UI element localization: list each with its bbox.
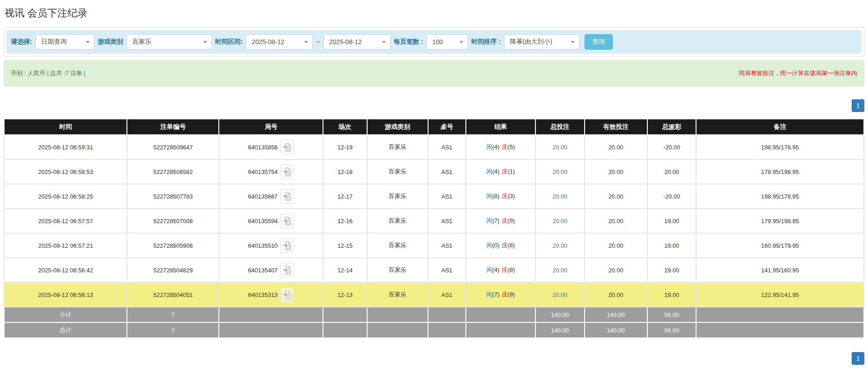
cell-empty <box>367 307 428 322</box>
video-replay-button[interactable] <box>280 263 294 277</box>
cell-result: 闲(7)庄(9) <box>466 282 535 307</box>
cell-session: 12-13 <box>323 282 367 307</box>
date-from-select[interactable]: 2025-08-12 <box>246 34 313 50</box>
pagination-bottom: 1 <box>4 352 864 365</box>
cell-round-id: 640135510 <box>219 233 323 258</box>
round-id: 640135594 <box>248 218 278 225</box>
cell-result: 闲(0)庄(8) <box>466 233 535 258</box>
result-banker-label: 庄 <box>502 291 508 298</box>
cell-remark: 179.95/198.95 <box>696 209 864 233</box>
cell-result: 闲(7)庄(9) <box>466 209 535 233</box>
sort-select[interactable]: 降幂(由大到小) <box>504 34 580 50</box>
header-valid-bet: 有效投注 <box>585 119 647 135</box>
round-id: 640135407 <box>248 267 278 274</box>
total-bet-link[interactable]: 20.00 <box>553 169 568 175</box>
currency-summary-text: 币别 : 人民币 | 总共 :7 注单 | <box>11 69 86 77</box>
cell-remark: 178.95/198.95 <box>696 159 864 184</box>
cell-empty <box>696 307 864 322</box>
video-replay-button[interactable] <box>280 287 294 302</box>
game-type-value: 百家乐 <box>132 38 151 46</box>
time-range-label: 时间区间: <box>215 38 243 46</box>
cell-table-no: AS1 <box>428 258 466 282</box>
subtotal-count: 7 <box>127 307 219 322</box>
table-row[interactable]: 2025-08-12 06:59:31 522728509647 6401358… <box>4 135 864 159</box>
table-row[interactable]: 2025-08-12 06:58:53 522728508582 6401357… <box>4 159 864 184</box>
table-row[interactable]: 2025-08-12 06:57:57 522728507008 6401355… <box>4 209 864 233</box>
result-banker-value: (1) <box>508 168 515 175</box>
page-size-select[interactable]: 100 <box>426 34 468 50</box>
total-bet-link[interactable]: 20.00 <box>553 193 568 200</box>
game-type-select[interactable]: 百家乐 <box>126 34 212 50</box>
cell-payout: 19.00 <box>647 209 696 233</box>
cell-time: 2025-08-12 06:58:53 <box>4 159 127 184</box>
cell-bet-id: 522728507008 <box>127 209 219 233</box>
header-result: 结果 <box>466 119 535 135</box>
cell-valid-bet: 20.00 <box>585 184 647 209</box>
header-bet-id: 注单编号 <box>127 119 219 135</box>
cell-bet-id: 522728508582 <box>127 159 219 184</box>
table-totals: 小计 7 140.00 140.00 56.00 总计 7 1 <box>4 307 864 338</box>
header-table-no: 桌号 <box>428 119 466 135</box>
cell-game-type: 百家乐 <box>367 135 428 159</box>
result-banker-value: (9) <box>508 291 515 298</box>
table-row[interactable]: 2025-08-12 06:56:42 522728504829 6401354… <box>4 258 864 282</box>
cell-payout: 20.00 <box>647 159 696 184</box>
page-1-button[interactable]: 1 <box>852 352 864 365</box>
cell-round-id: 640135313 <box>219 282 323 307</box>
video-replay-button[interactable] <box>280 238 294 253</box>
cell-payout: -20.00 <box>647 135 696 159</box>
video-replay-button[interactable] <box>280 164 294 179</box>
total-bet-link[interactable]: 20.00 <box>553 291 568 298</box>
cell-valid-bet: 20.00 <box>585 258 647 282</box>
result-banker-value: (8) <box>508 266 515 273</box>
cell-bet-id: 522728505908 <box>127 233 219 258</box>
subtotal-total-bet: 140.00 <box>535 307 585 322</box>
query-type-value: 日期查询 <box>41 38 67 46</box>
video-file-icon <box>283 216 292 226</box>
cell-empty <box>428 307 466 322</box>
cell-empty <box>428 322 466 338</box>
total-bet-link[interactable]: 20.00 <box>553 144 568 151</box>
page-size-label: 每页笔数 : <box>394 38 424 46</box>
cell-valid-bet: 20.00 <box>585 209 647 233</box>
cell-empty <box>466 307 535 322</box>
result-player-label: 闲 <box>486 193 492 199</box>
cell-time: 2025-08-12 06:59:31 <box>4 135 127 159</box>
table-row[interactable]: 2025-08-12 06:57:21 522728505908 6401355… <box>4 233 864 258</box>
video-replay-button[interactable] <box>280 189 294 204</box>
result-banker-label: 庄 <box>502 193 508 199</box>
cell-total-bet: 20.00 <box>535 209 585 233</box>
cell-empty <box>323 307 367 322</box>
result-banker-label: 庄 <box>502 143 508 150</box>
cell-total-bet: 20.00 <box>535 184 585 209</box>
total-bet-link[interactable]: 20.00 <box>553 242 568 249</box>
cell-valid-bet: 20.00 <box>585 135 647 159</box>
video-replay-button[interactable] <box>280 140 294 154</box>
date-range-tilde: ~ <box>316 38 320 46</box>
total-bet-link[interactable]: 20.00 <box>553 267 568 274</box>
date-to-select[interactable]: 2025-08-12 <box>323 34 391 50</box>
query-type-select[interactable]: 日期查询 <box>35 34 95 50</box>
cell-round-id: 640135594 <box>219 209 323 233</box>
cell-total-bet: 20.00 <box>535 233 585 258</box>
round-id: 640135313 <box>248 291 278 298</box>
cell-result: 闲(4)庄(5) <box>466 135 535 159</box>
video-file-icon <box>283 241 292 250</box>
subtotal-valid-bet: 140.00 <box>585 307 647 322</box>
page-1-button[interactable]: 1 <box>852 99 864 112</box>
video-file-icon <box>283 143 292 152</box>
cell-session: 12-15 <box>323 233 367 258</box>
search-button[interactable]: 查询 <box>585 34 613 50</box>
result-player-label: 闲 <box>486 291 492 298</box>
table-row[interactable]: 2025-08-12 06:56:13 522728504051 6401353… <box>4 282 864 307</box>
total-total-bet: 140.00 <box>535 322 585 338</box>
result-banker-value: (9) <box>508 217 515 224</box>
result-player-value: (4) <box>492 266 500 273</box>
cell-total-bet: 20.00 <box>535 159 585 184</box>
table-row[interactable]: 2025-08-12 06:58:25 522728507783 6401356… <box>4 184 864 209</box>
header-remark: 备注 <box>696 119 864 135</box>
cell-bet-id: 522728507783 <box>127 184 219 209</box>
video-replay-button[interactable] <box>280 214 294 228</box>
cell-payout: 19.00 <box>647 258 696 282</box>
total-bet-link[interactable]: 20.00 <box>553 218 568 225</box>
